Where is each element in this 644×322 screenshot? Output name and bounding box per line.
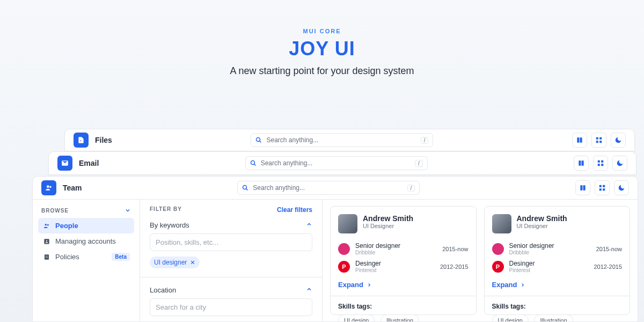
location-label: Location — [150, 286, 176, 294]
job-row: P DesingerPinterest 2012-2015 — [492, 258, 623, 275]
team-body: BROWSE People Managing accounts Policies… — [32, 200, 638, 322]
team-search[interactable]: Search anything... / — [237, 181, 420, 195]
search-icon — [250, 160, 257, 166]
svg-rect-4 — [596, 141, 598, 143]
svg-rect-2 — [596, 137, 598, 140]
sidebar-item-people[interactable]: People — [38, 218, 134, 233]
svg-line-15 — [246, 189, 248, 191]
close-icon[interactable] — [190, 260, 195, 265]
svg-point-0 — [257, 138, 260, 142]
svg-point-23 — [46, 240, 47, 241]
book-icon[interactable] — [572, 133, 587, 148]
sidebar: BROWSE People Managing accounts Policies… — [33, 200, 140, 321]
appbar-email: Email Search anything... / — [48, 151, 636, 175]
job-title: Desinger — [509, 260, 535, 267]
pinterest-icon: P — [492, 261, 504, 273]
kbd-slash: / — [407, 185, 415, 192]
divider — [331, 296, 476, 296]
location-input[interactable]: Search for a city — [150, 298, 312, 316]
people-icon — [42, 222, 51, 230]
account-icon — [42, 238, 51, 245]
svg-rect-5 — [599, 141, 602, 143]
chevron-up-icon[interactable] — [306, 221, 312, 228]
job-dates: 2015-now — [442, 246, 468, 252]
job-dates: 2015-now — [596, 246, 622, 252]
grid-icon[interactable] — [591, 133, 606, 148]
person-card: Andrew Smith UI Designer Senior designer… — [484, 206, 631, 315]
skill-tag[interactable]: UI design — [338, 314, 375, 321]
pinterest-icon: P — [338, 261, 350, 273]
person-name: Andrew Smith — [517, 214, 567, 223]
person-card: Andrew Smith UI Designer Senior designer… — [330, 206, 477, 315]
svg-point-6 — [251, 161, 254, 165]
skills-label: Skills tags: — [338, 303, 469, 310]
svg-point-20 — [45, 223, 47, 225]
person-role: UI Designer — [517, 223, 567, 229]
email-search[interactable]: Search anything... / — [245, 156, 428, 170]
chevron-right-icon — [520, 282, 525, 288]
job-dates: 2012-2015 — [594, 264, 622, 270]
team-icon — [41, 180, 56, 195]
svg-rect-3 — [599, 137, 602, 140]
svg-rect-9 — [601, 160, 603, 163]
sidebar-item-accounts[interactable]: Managing accounts — [38, 233, 134, 249]
skill-tag[interactable]: Illustration — [380, 314, 419, 321]
skills-label: Skills tags: — [492, 303, 623, 310]
skill-tag[interactable]: UI design — [492, 314, 529, 321]
sidebar-item-policies[interactable]: Policies Beta — [38, 249, 134, 265]
job-title: Senior designer — [355, 242, 400, 250]
dribbble-icon — [492, 243, 504, 255]
sidebar-item-label: Managing accounts — [55, 237, 116, 245]
filters-heading: FILTER BY — [150, 206, 182, 214]
svg-line-1 — [260, 141, 261, 143]
svg-point-14 — [243, 186, 247, 189]
skill-tag[interactable]: Illustration — [534, 314, 573, 321]
filters-panel: FILTER BY Clear filters By keywords Posi… — [140, 200, 323, 321]
svg-point-12 — [47, 185, 49, 188]
job-title: Desinger — [355, 260, 381, 267]
svg-point-13 — [49, 186, 52, 188]
grid-icon[interactable] — [595, 180, 610, 195]
keywords-input[interactable]: Position, skills, etc... — [150, 233, 312, 251]
book-icon[interactable] — [574, 156, 589, 171]
kbd-slash: / — [421, 137, 429, 144]
team-label: Team — [63, 184, 82, 192]
job-company: Dribbble — [355, 250, 400, 255]
job-row: P DesingerPinterest 2012-2015 — [338, 258, 469, 275]
email-icon — [57, 156, 72, 171]
moon-icon[interactable] — [614, 180, 629, 195]
moon-icon[interactable] — [612, 156, 627, 171]
filter-chip[interactable]: UI designer — [150, 257, 200, 268]
book-icon[interactable] — [575, 180, 590, 195]
files-search[interactable]: Search anything... / — [251, 133, 433, 147]
expand-button[interactable]: Expand — [492, 281, 526, 289]
expand-label: Expand — [492, 281, 517, 289]
appbar-files: Files Search anything... / — [64, 129, 635, 151]
moon-icon[interactable] — [611, 133, 626, 148]
search-placeholder: Search anything... — [253, 184, 305, 192]
email-label: Email — [79, 159, 99, 167]
grid-icon[interactable] — [593, 156, 608, 171]
avatar — [492, 214, 511, 233]
sidebar-item-label: People — [55, 222, 78, 230]
expand-button[interactable]: Expand — [338, 281, 372, 289]
svg-point-21 — [47, 224, 49, 225]
chevron-up-icon[interactable] — [306, 286, 312, 292]
svg-rect-8 — [598, 160, 600, 163]
search-icon — [255, 137, 262, 143]
hero-title: JOY UI — [0, 38, 644, 60]
policies-icon — [42, 253, 51, 261]
expand-label: Expand — [338, 281, 363, 289]
cards-area: Andrew Smith UI Designer Senior designer… — [323, 200, 638, 321]
search-placeholder: Search anything... — [261, 159, 313, 167]
hero-subtitle: A new starting point for your design sys… — [0, 65, 644, 77]
chevron-down-icon[interactable] — [125, 207, 131, 214]
clear-filters-button[interactable]: Clear filters — [277, 206, 312, 214]
sidebar-heading: BROWSE — [41, 208, 69, 214]
svg-rect-24 — [45, 254, 49, 259]
svg-rect-19 — [603, 188, 605, 191]
appbar-team: Team Search anything... / — [32, 176, 638, 200]
job-company: Pinterest — [509, 267, 535, 273]
job-title: Senior designer — [509, 242, 554, 250]
job-row: Senior designerDribbble 2015-now — [338, 240, 469, 258]
